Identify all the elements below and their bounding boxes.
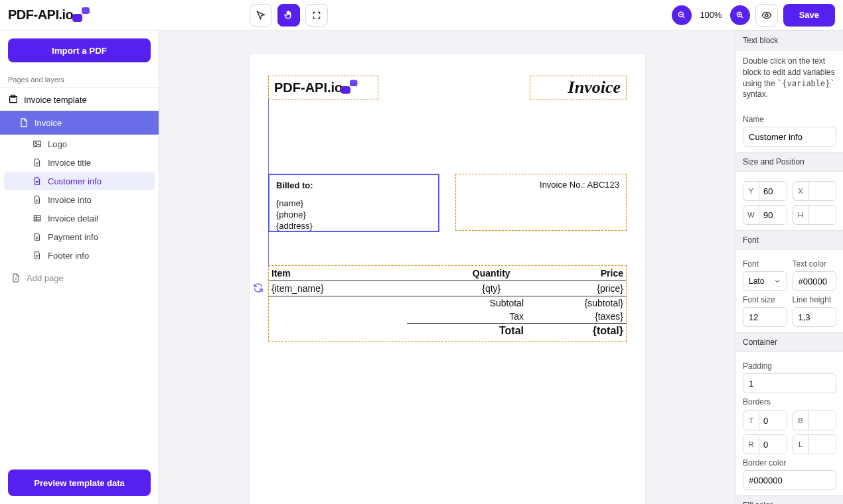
block-invoice-detail[interactable]: Item Quantity Price {item_name} {qty} {p… — [268, 265, 627, 342]
chevron-down-icon — [773, 277, 781, 285]
border-t-input[interactable] — [759, 411, 787, 430]
template-root-item[interactable]: Invoice template — [0, 88, 159, 111]
font-select[interactable]: Lato — [743, 271, 787, 291]
layer-customer-info[interactable]: Customer info — [4, 172, 155, 190]
template-root-label: Invoice template — [24, 95, 87, 105]
block-logo-text: PDF-API.io — [274, 80, 343, 95]
th-qty: Quantity — [447, 268, 536, 279]
td-item: {item_name} — [271, 283, 447, 294]
customer-address: {address} — [276, 221, 431, 232]
save-button[interactable]: Save — [783, 4, 835, 27]
th-price: Price — [536, 268, 624, 279]
app-logo-text: PDF-API.io — [8, 7, 73, 23]
template-icon — [8, 94, 19, 105]
border-l-label: L — [793, 435, 809, 454]
cursor-tool-button[interactable] — [250, 4, 272, 27]
import-pdf-button[interactable]: Import a PDF — [8, 38, 151, 62]
block-type-title: Text block — [736, 31, 843, 50]
layer-logo[interactable]: Logo — [0, 135, 159, 153]
table-icon — [32, 213, 42, 223]
font-size-label: Font size — [743, 295, 787, 304]
text-icon — [32, 176, 42, 186]
image-icon — [32, 139, 42, 149]
zoom-out-button[interactable] — [672, 5, 692, 25]
font-section-title: Font — [736, 230, 843, 250]
h-input[interactable] — [809, 206, 836, 224]
layer-payment-info[interactable]: Payment info — [0, 227, 159, 246]
layer-label: Footer info — [48, 251, 89, 261]
line-height-input[interactable] — [793, 307, 837, 327]
logo-bubbles-icon — [74, 9, 89, 21]
hand-tool-button[interactable] — [277, 4, 300, 27]
subtotal-value: {subtotal} — [544, 298, 623, 308]
add-page-button[interactable]: Add page — [0, 265, 159, 290]
border-color-label: Border color — [743, 458, 836, 468]
w-input[interactable] — [759, 206, 787, 224]
text-icon — [32, 250, 42, 261]
block-customer-info[interactable]: Billed to: {name} {phone} {address} — [268, 174, 439, 232]
td-price: {price} — [536, 283, 624, 294]
preview-template-data-button[interactable]: Preview template data — [8, 470, 151, 496]
canvas[interactable]: PDF-API.io Invoice Billed to: {name} {ph… — [159, 31, 735, 504]
size-position-title: Size and Position — [736, 152, 843, 172]
border-l-input[interactable] — [809, 435, 836, 454]
text-icon — [32, 194, 42, 205]
layer-label: Payment info — [48, 232, 98, 242]
layer-invoice-title[interactable]: Invoice title — [0, 153, 159, 172]
invoice-number: Invoice No.: ABC123 — [463, 180, 619, 190]
layer-label: Invoice detail — [48, 214, 98, 223]
container-section-title: Container — [736, 332, 843, 352]
layer-invoice-into[interactable]: Invoice into — [0, 190, 159, 209]
zoom-in-button[interactable] — [730, 5, 750, 25]
plus-page-icon — [11, 273, 21, 283]
right-tools: 100% Save — [672, 4, 835, 27]
block-invoice-into[interactable]: Invoice No.: ABC123 — [455, 174, 627, 231]
pages-layers-label: Pages and layers — [0, 70, 159, 88]
total-value: {total} — [544, 325, 623, 337]
svg-point-2 — [765, 14, 768, 17]
border-r-input[interactable] — [759, 435, 787, 454]
app-logo: PDF-API.io — [8, 7, 89, 23]
layer-label: Logo — [48, 139, 67, 149]
layer-label: Invoice into — [48, 195, 92, 205]
layer-invoice-detail[interactable]: Invoice detail — [0, 209, 159, 227]
properties-panel: Text block Double click on the text bloc… — [735, 31, 843, 504]
block-invoice-title[interactable]: Invoice — [530, 76, 627, 99]
name-input[interactable] — [743, 127, 836, 147]
padding-label: Padding — [743, 361, 836, 371]
borders-label: Borders — [743, 397, 836, 407]
zoom-level: 100% — [697, 10, 724, 20]
preview-eye-button[interactable] — [755, 4, 778, 27]
canvas-tools — [250, 4, 328, 27]
td-qty: {qty} — [447, 283, 536, 294]
customer-heading: Billed to: — [276, 180, 431, 192]
font-size-input[interactable] — [743, 307, 787, 327]
layer-footer-info[interactable]: Footer info — [0, 246, 159, 265]
layers-tree: Invoice template Invoice Logo Invoice ti… — [0, 88, 159, 265]
subtotal-label: Subtotal — [437, 298, 544, 308]
block-logo[interactable]: PDF-API.io — [268, 76, 378, 99]
border-t-label: T — [743, 411, 759, 430]
text-color-input[interactable] — [793, 271, 837, 291]
tax-value: {taxes} — [544, 311, 623, 322]
border-r-label: R — [743, 435, 759, 454]
text-color-label: Text color — [793, 259, 837, 269]
page-item-invoice[interactable]: Invoice — [0, 111, 159, 135]
total-label: Total — [437, 325, 544, 337]
page-surface[interactable]: PDF-API.io Invoice Billed to: {name} {ph… — [250, 54, 645, 504]
w-label: W — [743, 206, 759, 224]
fullscreen-tool-button[interactable] — [305, 4, 328, 27]
customer-name: {name} — [276, 198, 431, 210]
border-b-input[interactable] — [809, 411, 836, 430]
fill-color-title: Fill color — [736, 495, 843, 504]
font-label: Font — [743, 259, 787, 269]
add-page-label: Add page — [27, 273, 64, 283]
padding-input[interactable] — [743, 373, 836, 393]
border-color-input[interactable] — [743, 470, 836, 490]
x-input[interactable] — [809, 182, 836, 200]
logo-bubbles-icon — [343, 82, 357, 93]
topbar: PDF-API.io 100% Save — [0, 0, 843, 31]
y-input[interactable] — [759, 182, 787, 200]
text-icon — [32, 157, 42, 168]
layer-label: Invoice title — [48, 158, 91, 168]
